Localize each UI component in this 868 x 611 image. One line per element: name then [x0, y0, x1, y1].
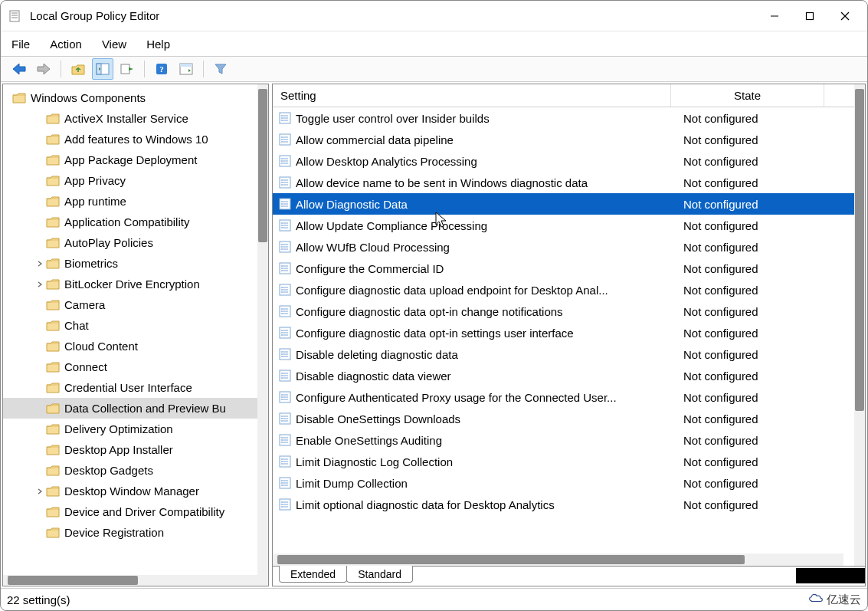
tree-item[interactable]: App runtime: [3, 191, 257, 212]
tree-item[interactable]: Add features to Windows 10: [3, 129, 257, 149]
svg-rect-0: [10, 11, 19, 21]
tree-item[interactable]: App Package Deployment: [3, 149, 257, 170]
tree-item-label: Desktop App Installer: [64, 443, 173, 456]
help-button[interactable]: ?: [151, 58, 172, 80]
tree-item[interactable]: AutoPlay Policies: [3, 232, 257, 253]
svg-marker-9: [38, 64, 50, 74]
svg-point-153: [281, 506, 283, 508]
settings-row[interactable]: Disable OneSettings DownloadsNot configu…: [273, 408, 854, 429]
settings-row[interactable]: Limit Diagnostic Log CollectionNot confi…: [273, 451, 854, 472]
tree-item[interactable]: ActiveX Installer Service: [3, 108, 257, 129]
tree-item-label: App Package Deployment: [64, 153, 197, 166]
toolbar: ?: [1, 56, 867, 82]
svg-point-81: [281, 287, 283, 288]
menu-help[interactable]: Help: [146, 38, 170, 51]
chevron-right-icon[interactable]: [34, 278, 46, 291]
menu-view[interactable]: View: [102, 38, 126, 51]
settings-row[interactable]: Limit Dump CollectionNot configured: [273, 472, 854, 494]
tree-item[interactable]: Desktop Gadgets: [3, 460, 257, 481]
settings-row[interactable]: Allow commercial data pipelineNot config…: [273, 129, 854, 150]
settings-row[interactable]: Enable OneSettings AuditingNot configure…: [273, 429, 854, 451]
minimize-button[interactable]: [757, 4, 792, 28]
column-header-setting[interactable]: Setting: [273, 84, 671, 107]
tab-standard[interactable]: Standard: [346, 566, 413, 583]
menu-action[interactable]: Action: [50, 38, 82, 51]
details-view-button[interactable]: [175, 58, 197, 80]
setting-state: Not configured: [683, 112, 758, 125]
back-button[interactable]: [8, 58, 30, 80]
tree-item[interactable]: Data Collection and Preview Bu: [3, 398, 257, 419]
column-header-state[interactable]: State: [671, 84, 824, 107]
policy-setting-icon: [279, 198, 291, 210]
tree-item[interactable]: BitLocker Drive Encryption: [3, 274, 257, 294]
settings-row[interactable]: Allow Diagnostic DataNot configured: [273, 193, 854, 215]
svg-point-88: [281, 308, 283, 310]
policy-setting-icon: [279, 348, 291, 360]
menu-file[interactable]: File: [11, 38, 30, 51]
folder-icon: [46, 485, 60, 498]
tree-item[interactable]: Camera: [3, 294, 257, 315]
policy-setting-icon: [279, 284, 291, 296]
svg-point-109: [281, 373, 283, 374]
tree-item[interactable]: Delivery Optimization: [3, 419, 257, 439]
settings-row[interactable]: Allow WUfB Cloud ProcessingNot configure…: [273, 236, 854, 258]
settings-row[interactable]: Allow device name to be sent in Windows …: [273, 172, 854, 193]
show-tree-button[interactable]: [92, 58, 113, 80]
folder-icon: [46, 154, 60, 166]
svg-point-111: [281, 377, 283, 379]
tree-item[interactable]: Cloud Content: [3, 336, 257, 356]
settings-row[interactable]: Allow Update Compliance ProcessingNot co…: [273, 215, 854, 236]
tree-item-label: Biometrics: [64, 257, 118, 270]
tree-item[interactable]: Credential User Interface: [3, 377, 257, 398]
settings-row[interactable]: Configure diagnostic data upload endpoin…: [273, 279, 854, 301]
tree-item[interactable]: Chat: [3, 315, 257, 336]
setting-name: Limit optional diagnostic data for Deskt…: [296, 498, 555, 511]
chevron-right-icon[interactable]: [34, 485, 46, 498]
filter-button[interactable]: [210, 58, 231, 80]
settings-row[interactable]: Disable diagnostic data viewerNot config…: [273, 365, 854, 386]
tab-extended[interactable]: Extended: [279, 566, 347, 583]
policy-setting-icon: [279, 112, 291, 124]
close-button[interactable]: [827, 4, 863, 28]
tree-vertical-scrollbar[interactable]: [257, 84, 268, 586]
grid-horizontal-scrollbar[interactable]: [273, 554, 843, 566]
maximize-button[interactable]: [792, 4, 827, 28]
settings-row[interactable]: Configure diagnostic data opt-in change …: [273, 301, 854, 322]
settings-row[interactable]: Allow Desktop Analytics ProcessingNot co…: [273, 150, 854, 172]
grid-vertical-scrollbar[interactable]: [854, 84, 865, 566]
folder-icon: [46, 175, 60, 187]
svg-point-151: [281, 501, 283, 503]
setting-state: Not configured: [683, 477, 758, 490]
folder-icon: [12, 92, 26, 104]
setting-state: Not configured: [683, 155, 758, 168]
settings-row[interactable]: Limit optional diagnostic data for Deskt…: [273, 494, 854, 515]
toolbar-separator: [144, 61, 145, 77]
setting-name: Disable diagnostic data viewer: [296, 370, 451, 383]
settings-row[interactable]: Disable deleting diagnostic dataNot conf…: [273, 343, 854, 365]
tree-item[interactable]: App Privacy: [3, 170, 257, 191]
export-button[interactable]: [116, 58, 138, 80]
setting-name: Allow Update Compliance Processing: [296, 219, 487, 232]
tree-horizontal-scrollbar[interactable]: [3, 575, 257, 586]
tree-item-label: Data Collection and Preview Bu: [64, 402, 226, 415]
up-folder-button[interactable]: [67, 58, 89, 80]
forward-button[interactable]: [33, 58, 54, 80]
setting-name: Allow device name to be sent in Windows …: [296, 176, 588, 189]
settings-row[interactable]: Toggle user control over Insider buildsN…: [273, 107, 854, 129]
tree-item-label: BitLocker Drive Encryption: [64, 278, 200, 291]
svg-point-104: [281, 356, 283, 357]
settings-row[interactable]: Configure diagnostic data opt-in setting…: [273, 322, 854, 343]
tree-item[interactable]: Device Registration: [3, 522, 257, 543]
tree-root[interactable]: Windows Components: [3, 87, 257, 108]
tree-item[interactable]: Biometrics: [3, 253, 257, 274]
tree-item[interactable]: Connect: [3, 356, 257, 377]
svg-rect-5: [807, 12, 814, 19]
tree-item[interactable]: Desktop Window Manager: [3, 481, 257, 501]
settings-row[interactable]: Configure the Commercial IDNot configure…: [273, 258, 854, 279]
chevron-right-icon[interactable]: [34, 258, 46, 270]
setting-state: Not configured: [683, 412, 758, 425]
settings-row[interactable]: Configure Authenticated Proxy usage for …: [273, 386, 854, 408]
tree-item[interactable]: Device and Driver Compatibility: [3, 501, 257, 522]
tree-item[interactable]: Application Compatibility: [3, 212, 257, 232]
tree-item[interactable]: Desktop App Installer: [3, 439, 257, 460]
